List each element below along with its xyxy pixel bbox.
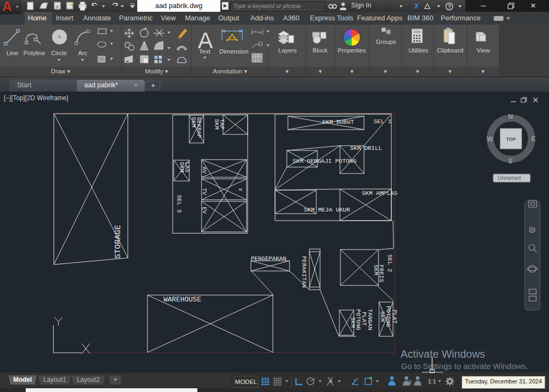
svg-text:X: X: [413, 2, 420, 10]
svg-text:POTONG: POTONG: [385, 306, 391, 327]
svg-text:EV: EV: [201, 207, 207, 214]
svg-text:PENGEPAKAN: PENGEPAKAN: [251, 255, 286, 262]
svg-text:Circle: Circle: [51, 50, 66, 56]
svg-text:Block: Block: [313, 47, 328, 54]
svg-text:Clipboard: Clipboard: [437, 47, 463, 54]
svg-text:SKM AMPLAS: SKM AMPLAS: [362, 190, 397, 197]
svg-text:?: ?: [448, 4, 451, 10]
svg-text:SEL 2: SEL 2: [387, 254, 393, 272]
svg-text:TV: TV: [201, 188, 207, 195]
svg-text:TAP: TAP: [219, 119, 225, 130]
svg-text:Layers: Layers: [278, 47, 297, 54]
svg-text:E: E: [531, 135, 536, 142]
svg-text:Properties: Properties: [338, 47, 366, 54]
svg-text:TOP: TOP: [506, 137, 516, 142]
svg-text:Line: Line: [6, 50, 18, 56]
svg-text:SKM BUBUT: SKM BUBUT: [322, 119, 354, 125]
svg-text:SKM GERGAJI POTONG: SKM GERGAJI POTONG: [293, 158, 357, 164]
svg-text:SEL 1: SEL 1: [374, 118, 391, 125]
svg-text:PLAT: PLAT: [391, 310, 398, 324]
svg-text:Utilities: Utilities: [409, 47, 428, 54]
svg-text:FREIS: FREIS: [378, 265, 384, 282]
svg-text:WAREHOUSE: WAREHOUSE: [164, 296, 201, 304]
svg-text:Polyline: Polyline: [24, 50, 45, 56]
svg-text:Text: Text: [199, 48, 211, 55]
svg-text:N: N: [508, 113, 513, 120]
svg-text:S: S: [508, 157, 513, 165]
svg-text:SEKRAP: SEKRAP: [196, 117, 202, 138]
svg-text:LAS: LAS: [184, 162, 190, 172]
svg-text:1:1: 1:1: [428, 378, 436, 385]
svg-text:SKM: SKM: [379, 311, 385, 322]
svg-text:STORAGE: STORAGE: [114, 225, 123, 259]
svg-text:F: F: [237, 189, 242, 191]
svg-text:PLAT: PLAT: [361, 312, 367, 326]
svg-text:Arc: Arc: [78, 50, 87, 56]
svg-text:View: View: [477, 47, 490, 54]
svg-text:SEL 3: SEL 3: [176, 195, 182, 213]
svg-text:AV: AV: [201, 167, 207, 174]
svg-text:SKM MEJA UKUR: SKM MEJA UKUR: [304, 207, 350, 213]
svg-text:POTONG: POTONG: [355, 309, 361, 330]
svg-text:PERAKITAN: PERAKITAN: [301, 256, 307, 288]
svg-text:W: W: [487, 135, 493, 143]
svg-text:TANGAN: TANGAN: [367, 309, 373, 330]
svg-text:SKM DRILL: SKM DRILL: [350, 145, 382, 152]
svg-text:Dimension: Dimension: [219, 48, 248, 55]
svg-text:Groups: Groups: [376, 39, 396, 45]
svg-text:Unnamed: Unnamed: [498, 175, 521, 181]
